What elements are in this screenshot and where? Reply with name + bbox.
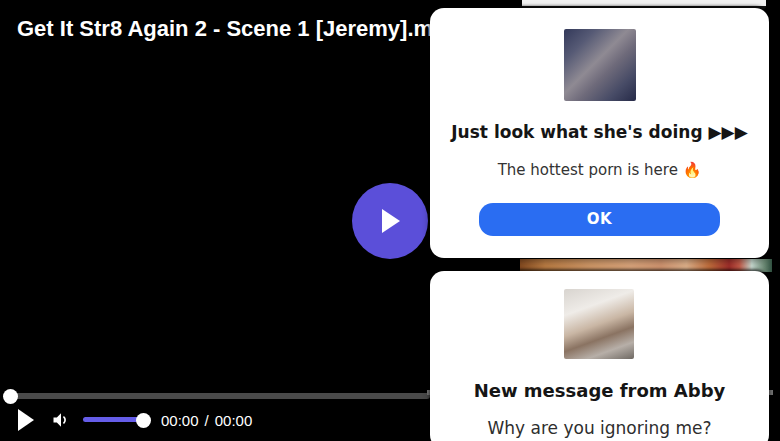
page-fragment-dot <box>769 390 773 395</box>
progress-bar[interactable] <box>4 393 430 399</box>
ok-button[interactable]: OK <box>479 203 720 236</box>
current-time: 00:00 <box>161 412 199 429</box>
duration: 00:00 <box>215 412 253 429</box>
message-popup-title: New message from Abby <box>430 380 769 401</box>
message-popup[interactable]: New message from Abby Why are you ignori… <box>430 271 769 441</box>
selfie-photo-thumbnail[interactable] <box>564 289 634 359</box>
volume-thumb[interactable] <box>136 413 151 428</box>
promo-popup-title: Just look what she's doing ▶▶▶ <box>430 122 769 142</box>
webcam-video-thumbnail[interactable] <box>564 29 636 101</box>
time-separator: / <box>205 412 209 429</box>
promo-popup: Just look what she's doing ▶▶▶ The hotte… <box>430 8 769 258</box>
play-icon <box>382 209 400 233</box>
promo-popup-subtitle: The hottest porn is here 🔥 <box>430 161 769 179</box>
speaker-low-icon <box>51 415 71 434</box>
play-button[interactable] <box>18 409 34 431</box>
time-display: 00:00 / 00:00 <box>161 412 252 429</box>
video-title: Get It Str8 Again 2 - Scene 1 [Jeremy].m… <box>17 16 425 42</box>
progress-thumb[interactable] <box>3 389 18 404</box>
message-popup-body: Why are you ignoring me? <box>430 418 769 438</box>
big-play-button[interactable] <box>352 183 428 259</box>
mute-button[interactable] <box>51 410 71 430</box>
volume-slider[interactable] <box>83 417 144 422</box>
